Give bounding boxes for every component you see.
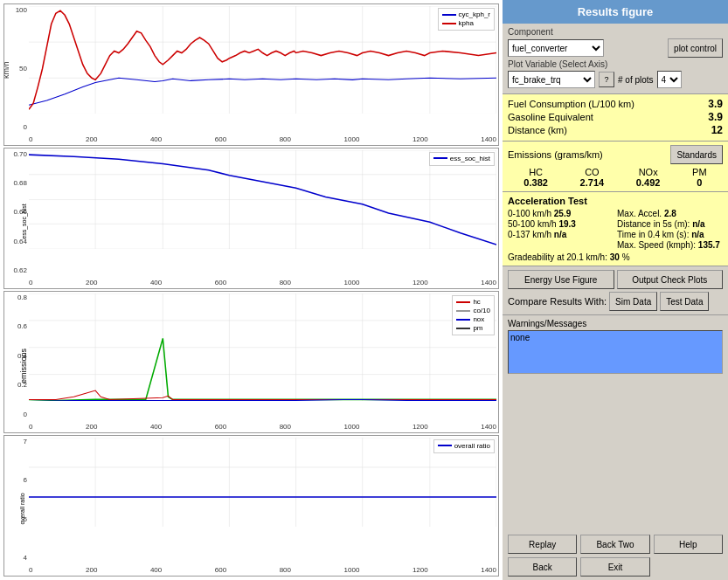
component-select[interactable]: fuel_converter — [508, 39, 604, 57]
pm-label: PM — [692, 167, 707, 177]
component-label: Component — [508, 27, 723, 37]
row2-label: 50-100 km/h 19.3 — [508, 219, 614, 229]
emissions-section: Emissions (grams/km) Standards HC 0.382 … — [503, 142, 728, 192]
speed-plot: 100500 cyc_kph_r kpha 02004006008 — [3, 3, 499, 146]
results-title: Results figure — [503, 0, 728, 24]
emissions-y-label: emissions — [19, 349, 28, 383]
action-buttons: Energy Use Figure Output Check Plots Com… — [503, 266, 728, 315]
replay-button[interactable]: Replay — [508, 535, 577, 554]
plot-control-button[interactable]: plot control — [668, 38, 723, 58]
soc-legend: ess_soc_hist — [429, 152, 495, 166]
num-plots-label: # of plots — [618, 75, 654, 85]
component-section: Component fuel_converter plot control Pl… — [503, 24, 728, 94]
pm-col: PM 0 — [692, 167, 707, 188]
right-panel: Results figure Component fuel_converter … — [503, 0, 728, 580]
emissions-x-axis: 0200400600800100012001400 — [29, 423, 496, 431]
emissions-legend: hc co/10 nox pm — [452, 295, 495, 335]
standards-button[interactable]: Standards — [670, 145, 723, 164]
row3-label: 0-137 km/h n/a — [508, 230, 614, 239]
speed-x-axis: 0200400600800100012001400 — [29, 135, 496, 143]
hc-label: HC — [523, 167, 548, 177]
compare-label: Compare Results With: — [508, 296, 607, 307]
max-accel: Max. Accel. 2.8 — [617, 209, 723, 218]
speed-svg — [29, 6, 496, 114]
fuel-section: Fuel Consumption (L/100 km) 3.9 Gasoline… — [503, 94, 728, 142]
bottom-buttons-row1: Replay Back Two Help — [503, 531, 728, 557]
help-button[interactable]: Help — [654, 535, 723, 554]
ratio-svg — [29, 438, 496, 528]
question-mark-button[interactable]: ? — [599, 72, 614, 87]
warnings-label: Warnings/Messages — [508, 319, 723, 328]
test-data-button[interactable]: Test Data — [660, 292, 709, 311]
max-speed: Max. Speed (kmph): 135.7 — [617, 240, 723, 250]
ratio-legend: overall ratio — [433, 439, 495, 453]
output-check-button[interactable]: Output Check Plots — [617, 270, 724, 289]
warnings-box: none — [508, 330, 723, 374]
hc-col: HC 0.382 — [523, 167, 548, 188]
accel-section: Acceleration Test 0-100 km/h 25.9 Max. A… — [503, 192, 728, 266]
time-04: Time in 0.4 km (s): n/a — [617, 230, 723, 239]
soc-svg — [29, 150, 496, 249]
distance-label: Distance (km) — [508, 125, 567, 135]
sim-data-button[interactable]: Sim Data — [609, 292, 657, 311]
speed-legend: cyc_kph_r kpha — [438, 8, 495, 31]
exit-button[interactable]: Exit — [580, 557, 649, 577]
bottom-buttons-row2: Back Exit — [503, 557, 728, 580]
nox-label: NOx — [636, 167, 661, 177]
gradeability-row: Gradeability at 20.1 km/h: 30 % — [508, 252, 723, 262]
plots-panel: 100500 cyc_kph_r kpha 02004006008 — [0, 0, 503, 580]
ratio-plot: 7654 overall ratio 020040060080010001200… — [3, 435, 499, 577]
distance-value: 12 — [711, 124, 723, 136]
nox-col: NOx 0.492 — [636, 167, 661, 188]
dist-5s: Distance in 5s (m): n/a — [617, 219, 723, 229]
co-col: CO 2.714 — [580, 167, 605, 188]
hc-value: 0.382 — [523, 177, 548, 188]
gasoline-equiv-value: 3.9 — [708, 111, 723, 123]
energy-use-button[interactable]: Energy Use Figure — [508, 270, 614, 289]
speed-y-label: km/h — [3, 62, 10, 79]
soc-y-label: ess_soc_hist — [21, 204, 27, 238]
emissions-svg — [29, 293, 496, 401]
soc-plot: 0.700.680.660.640.62 ess_soc_hist 020040… — [3, 148, 499, 290]
ratio-x-axis: 0200400600800100012001400 — [29, 566, 496, 574]
co-value: 2.714 — [580, 177, 605, 188]
emissions-label: Emissions (grams/km) — [508, 149, 603, 160]
warnings-section: Warnings/Messages none — [503, 315, 728, 531]
plot-variable-label: Plot Variable (Select Axis) — [508, 59, 723, 69]
fuel-consumption-label: Fuel Consumption (L/100 km) — [508, 99, 634, 109]
accel-title: Acceleration Test — [508, 196, 723, 206]
back-button[interactable]: Back — [508, 557, 577, 577]
plot-variable-select[interactable]: fc_brake_trq — [508, 71, 595, 88]
row1-label: 0-100 km/h 25.9 — [508, 209, 614, 218]
back-two-button[interactable]: Back Two — [580, 535, 649, 554]
nox-value: 0.492 — [636, 177, 661, 188]
emissions-plot: 0.80.60.40.20 hc co/10 nox — [3, 291, 499, 433]
fuel-consumption-value: 3.9 — [708, 98, 723, 110]
ratio-y-ticks: 7654 — [4, 438, 29, 563]
ratio-y-label: overall ratio — [19, 493, 25, 524]
soc-x-axis: 0200400600800100012001400 — [29, 279, 496, 287]
num-plots-select[interactable]: 4 — [657, 71, 682, 88]
pm-value: 0 — [692, 177, 707, 188]
gasoline-equiv-label: Gasoline Equivalent — [508, 112, 593, 122]
co-label: CO — [580, 167, 605, 177]
